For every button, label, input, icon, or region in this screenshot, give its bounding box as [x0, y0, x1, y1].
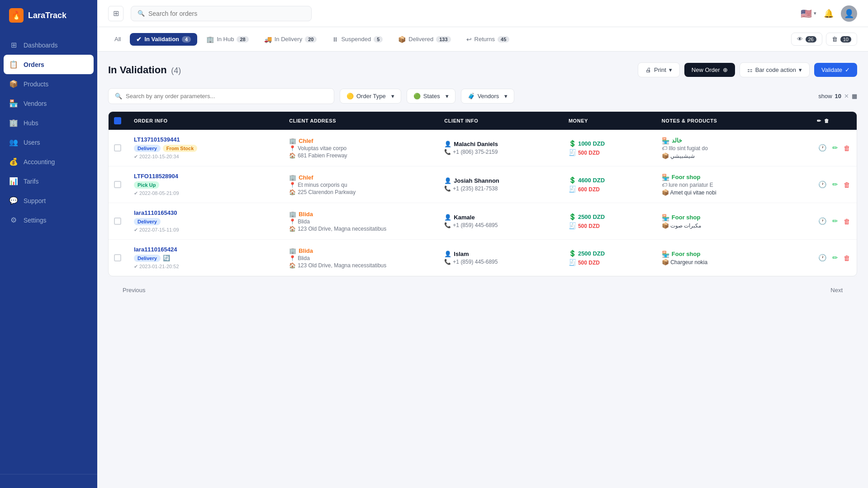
delete-button[interactable]: 🗑 — [842, 143, 852, 153]
money-amount: 2500 DZD — [578, 213, 605, 220]
trash-action-button[interactable]: 🗑 10 — [826, 33, 857, 46]
vendors-filter[interactable]: 🧳 Vendors ▾ — [461, 89, 515, 104]
history-button[interactable]: 🕐 — [817, 252, 828, 263]
order-type-filter[interactable]: 🟡 Order Type ▾ — [340, 89, 401, 104]
language-selector[interactable]: 🇺🇸 ▾ — [801, 8, 816, 19]
client-name: Malachi Daniels — [454, 141, 498, 147]
search-input[interactable] — [148, 10, 305, 17]
delete-button[interactable]: 🗑 — [842, 216, 852, 227]
expand-button[interactable]: ⊞ — [108, 6, 123, 21]
client-address-cell: 🏢 Chlef 📍Voluptas vitae corpo 🏠681 Fabie… — [284, 137, 439, 159]
client-info-cell: 👤 Kamale 📞+1 (859) 445-6895 — [439, 214, 563, 228]
address-line2: 🏠123 Old Drive, Magna necessitatibus — [289, 262, 433, 269]
money-icon: 💲 — [569, 176, 576, 184]
row-actions-cell: 🕐 ✏ 🗑 — [811, 252, 857, 263]
sidebar-item-products[interactable]: 📦 Products — [0, 74, 97, 94]
states-filter[interactable]: 🟢 States ▾ — [407, 89, 455, 104]
sidebar-item-users[interactable]: 👥 Users — [0, 133, 97, 152]
history-button[interactable]: 🕐 — [817, 179, 828, 190]
print-button[interactable]: 🖨 Print ▾ — [638, 62, 680, 77]
building-icon: 🏢 — [289, 137, 296, 144]
tab-returns[interactable]: ↩Returns45 — [460, 33, 516, 46]
sidebar-item-orders[interactable]: 📋 Orders — [4, 55, 94, 74]
address-line2: 🏠225 Clarendon Parkway — [289, 189, 433, 195]
row-checkbox-cell — [109, 144, 128, 152]
close-icon[interactable]: ✕ — [844, 93, 849, 99]
shop-icon: 🏪 — [662, 137, 669, 144]
order-id: LTFO118528904 — [134, 173, 278, 180]
orders-table: ORDER INFO CLIENT ADDRESS CLIENT INFO MO… — [108, 111, 857, 276]
col-client-address: CLIENT ADDRESS — [284, 117, 439, 124]
prev-page-button[interactable]: Previous — [117, 284, 151, 296]
table-header: ORDER INFO CLIENT ADDRESS CLIENT INFO MO… — [109, 112, 857, 130]
row-checkbox[interactable] — [114, 181, 121, 188]
money-icon: 💲 — [569, 140, 576, 147]
edit-all-icon[interactable]: ✏ — [817, 118, 821, 124]
client-phone: 📞+1 (806) 375-2159 — [444, 149, 558, 155]
tab-all[interactable]: All — [108, 33, 127, 45]
edit-button[interactable]: ✏ — [831, 252, 840, 263]
tab-in-delivery-badge: 20 — [305, 36, 317, 43]
order-tags: Pick Up — [134, 181, 278, 189]
phone-icon: 📞 — [444, 185, 451, 192]
home-icon: 🏠 — [289, 262, 296, 269]
sidebar-item-label: Products — [24, 81, 48, 88]
tab-in-validation-badge: 4 — [182, 36, 191, 43]
sidebar-item-hubs[interactable]: 🏢 Hubs — [0, 113, 97, 133]
notifications-button[interactable]: 🔔 — [824, 9, 834, 19]
tab-bar: All✔In Validation4🏢In Hub28🚚In Delivery2… — [97, 27, 868, 52]
products-icon: 📦 — [9, 80, 18, 88]
show-control: show 10 ✕ ▦ — [818, 93, 857, 99]
row-checkbox-cell — [109, 254, 128, 261]
sidebar-item-vendors[interactable]: 🏪 Vendors — [0, 94, 97, 113]
location-icon: 📍 — [289, 218, 296, 225]
tab-delivered[interactable]: 📦Delivered133 — [392, 33, 457, 46]
note-product: 📦 شيشبيشي — [662, 152, 806, 159]
receipt-icon: 🧾 — [569, 149, 576, 156]
sidebar-item-support[interactable]: 💬 Support — [0, 191, 97, 210]
barcode-action-button[interactable]: ⚏ Bar code action ▾ — [740, 62, 810, 77]
row-checkbox[interactable] — [114, 218, 121, 225]
topbar: ⊞ 🔍 🇺🇸 ▾ 🔔 👤 — [97, 0, 868, 27]
tarifs-icon: 📊 — [9, 177, 18, 185]
pagination: Previous Next — [108, 276, 857, 303]
order-type-icon: 🟡 — [346, 93, 354, 99]
tab-suspended[interactable]: ⏸Suspended5 — [326, 33, 389, 46]
order-info-cell: lara1110165424 Delivery🔄 ✔ 2023-01-21-20… — [128, 246, 284, 270]
shop-icon: 🏪 — [662, 214, 669, 221]
delete-button[interactable]: 🗑 — [842, 180, 852, 190]
sidebar-item-label: Dashboards — [24, 42, 58, 49]
validate-button[interactable]: Validate ✓ — [814, 63, 857, 77]
new-order-button[interactable]: New Order ⊕ — [684, 63, 735, 77]
select-all-checkbox[interactable] — [114, 117, 121, 124]
history-button[interactable]: 🕐 — [817, 216, 828, 227]
edit-button[interactable]: ✏ — [831, 179, 840, 190]
delete-all-icon[interactable]: 🗑 — [824, 118, 830, 123]
sidebar-item-accounting[interactable]: 💰 Accounting — [0, 152, 97, 171]
delete-button[interactable]: 🗑 — [842, 253, 852, 263]
sidebar-item-dashboards[interactable]: ⊞ Dashboards — [0, 35, 97, 55]
user-icon: 👤 — [444, 214, 451, 221]
next-page-button[interactable]: Next — [825, 284, 848, 296]
order-search-input[interactable] — [126, 93, 327, 99]
row-checkbox[interactable] — [114, 254, 121, 261]
tab-in-hub[interactable]: 🏢In Hub28 — [200, 33, 255, 46]
eye-action-button[interactable]: 👁 26 — [791, 33, 822, 46]
tab-returns-icon: ↩ — [466, 36, 472, 43]
money-sub: 600 DZD — [578, 186, 600, 193]
content-header: In Validation (4) 🖨 Print ▾ New Order ⊕ … — [108, 62, 857, 77]
order-search-box: 🔍 — [108, 88, 334, 104]
edit-button[interactable]: ✏ — [831, 142, 840, 153]
barcode-icon: ⚏ — [747, 66, 753, 73]
row-checkbox[interactable] — [114, 144, 121, 152]
eye-action-icon: 👁 — [797, 36, 803, 43]
avatar[interactable]: 👤 — [841, 5, 857, 22]
sidebar-item-tarifs[interactable]: 📊 Tarifs — [0, 171, 97, 191]
tab-in-delivery[interactable]: 🚚In Delivery20 — [258, 33, 323, 46]
tab-in-validation[interactable]: ✔In Validation4 — [130, 33, 197, 46]
history-button[interactable]: 🕐 — [817, 142, 828, 153]
edit-button[interactable]: ✏ — [831, 216, 840, 227]
accounting-icon: 💰 — [9, 157, 18, 166]
sidebar-item-settings[interactable]: ⚙ Settings — [0, 210, 97, 230]
print-icon: 🖨 — [645, 66, 651, 73]
